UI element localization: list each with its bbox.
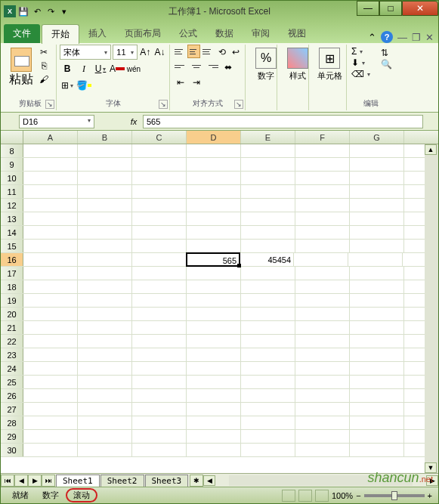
cell-C17[interactable] <box>132 267 187 280</box>
cell-B30[interactable] <box>78 444 132 456</box>
cell-G16[interactable] <box>348 253 403 266</box>
cell-B12[interactable] <box>78 199 132 212</box>
cell-F29[interactable] <box>295 430 350 443</box>
align-bottom-button[interactable] <box>201 45 215 58</box>
cell-B16[interactable] <box>78 253 132 266</box>
cell-A18[interactable] <box>23 280 78 293</box>
mdi-close-icon[interactable]: ✕ <box>425 32 434 43</box>
zoom-slider[interactable] <box>364 494 425 497</box>
cell-C12[interactable] <box>132 199 187 212</box>
row-header[interactable]: 13 <box>1 212 23 225</box>
cell-B22[interactable] <box>78 335 132 348</box>
row-header[interactable]: 12 <box>1 199 23 212</box>
cell-E29[interactable] <box>241 430 295 443</box>
row-header[interactable]: 26 <box>1 389 23 402</box>
cell-C26[interactable] <box>132 389 187 402</box>
row-header[interactable]: 9 <box>1 158 23 171</box>
cell-E26[interactable] <box>241 389 295 402</box>
sheet-first-button[interactable]: ⏮ <box>1 475 14 487</box>
row-header[interactable]: 15 <box>1 240 23 252</box>
font-size-combo[interactable]: 11▾ <box>113 45 137 60</box>
increase-indent-button[interactable]: ⇥ <box>189 75 204 90</box>
view-normal-button[interactable] <box>282 490 295 502</box>
cell-F19[interactable] <box>295 294 350 307</box>
cell-A17[interactable] <box>23 267 78 280</box>
row-header[interactable]: 10 <box>1 172 23 184</box>
cell-E9[interactable] <box>241 158 295 171</box>
row-header[interactable]: 20 <box>1 308 23 320</box>
view-layout-button[interactable] <box>298 490 312 502</box>
increase-font-icon[interactable]: A↑ <box>139 45 152 60</box>
format-painter-icon[interactable]: 🖌 <box>36 73 51 85</box>
align-middle-button[interactable] <box>187 45 201 58</box>
sort-filter-button[interactable]: ⇅ <box>381 48 392 58</box>
cell-A24[interactable] <box>23 362 78 375</box>
cell-D13[interactable] <box>187 212 241 225</box>
minimize-button[interactable]: — <box>357 1 379 16</box>
cell-F18[interactable] <box>295 280 350 293</box>
cell-E8[interactable] <box>241 144 295 157</box>
zoom-thumb[interactable] <box>391 491 397 500</box>
cell-B8[interactable] <box>78 144 132 157</box>
column-header-C[interactable]: C <box>132 131 187 144</box>
scroll-up-button[interactable]: ▲ <box>425 144 437 155</box>
cell-F24[interactable] <box>295 362 350 375</box>
underline-button[interactable]: U▾ <box>93 61 108 76</box>
new-sheet-button[interactable]: ✱ <box>190 475 203 487</box>
wrap-text-button[interactable]: ↩ <box>229 45 242 60</box>
decrease-font-icon[interactable]: A↓ <box>153 45 166 60</box>
mdi-restore-icon[interactable]: ❐ <box>412 32 421 43</box>
cell-A15[interactable] <box>23 240 78 252</box>
cell-G27[interactable] <box>350 403 404 416</box>
cell-G29[interactable] <box>350 430 404 443</box>
tab-insert[interactable]: 插入 <box>79 24 116 43</box>
cell-C15[interactable] <box>132 240 187 252</box>
view-pagebreak-button[interactable] <box>315 490 329 502</box>
cell-F16[interactable] <box>294 253 348 266</box>
cell-F22[interactable] <box>295 335 350 348</box>
tab-review[interactable]: 审阅 <box>243 24 279 43</box>
cell-E28[interactable] <box>241 416 295 429</box>
cell-B23[interactable] <box>78 348 132 361</box>
cell-E12[interactable] <box>241 199 295 212</box>
cell-D14[interactable] <box>187 226 241 239</box>
cell-C16[interactable] <box>132 253 187 266</box>
fx-button[interactable]: fx <box>125 117 143 126</box>
font-name-combo[interactable]: 宋体▾ <box>60 45 111 60</box>
redo-icon[interactable]: ↷ <box>45 5 57 17</box>
cell-E25[interactable] <box>241 376 295 388</box>
name-box[interactable]: D16▾ <box>19 115 94 128</box>
cell-D27[interactable] <box>187 403 241 416</box>
row-header[interactable]: 17 <box>1 267 23 280</box>
cell-F8[interactable] <box>295 144 350 157</box>
tab-view[interactable]: 视图 <box>279 24 315 43</box>
alignment-launcher[interactable]: ↘ <box>234 100 243 109</box>
cell-C13[interactable] <box>132 212 187 225</box>
cell-G17[interactable] <box>350 267 404 280</box>
cell-B19[interactable] <box>78 294 132 307</box>
cell-C29[interactable] <box>132 430 187 443</box>
cell-D15[interactable] <box>187 240 241 252</box>
cell-E10[interactable] <box>241 172 295 184</box>
cell-A21[interactable] <box>23 321 78 334</box>
tab-file[interactable]: 文件 <box>4 24 40 43</box>
vertical-scrollbar[interactable]: ▲ ▼ <box>425 144 438 473</box>
undo-icon[interactable]: ↶ <box>31 5 43 17</box>
cell-G8[interactable] <box>350 144 404 157</box>
cell-G13[interactable] <box>350 212 404 225</box>
merge-button[interactable]: ⬌ <box>221 60 236 75</box>
formula-bar[interactable]: 565 <box>143 115 423 128</box>
cell-C8[interactable] <box>132 144 187 157</box>
row-header[interactable]: 11 <box>1 185 23 198</box>
cell-F25[interactable] <box>295 376 350 388</box>
cell-F15[interactable] <box>295 240 350 252</box>
row-header[interactable]: 28 <box>1 416 23 429</box>
cell-D30[interactable] <box>187 444 241 456</box>
tab-formulas[interactable]: 公式 <box>170 24 206 43</box>
sheet-prev-button[interactable]: ◀ <box>14 475 28 487</box>
cell-C28[interactable] <box>132 416 187 429</box>
cell-C19[interactable] <box>132 294 187 307</box>
cell-D20[interactable] <box>187 308 241 320</box>
cell-B26[interactable] <box>78 389 132 402</box>
sheet-tab-3[interactable]: Sheet3 <box>145 475 189 487</box>
